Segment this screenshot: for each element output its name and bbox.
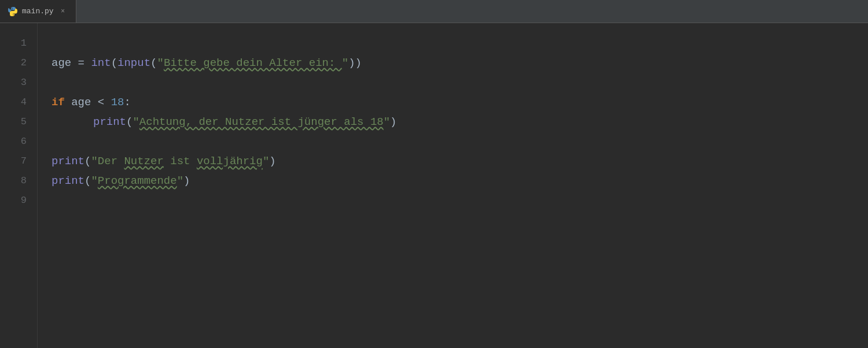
editor-area: 1 2 3 4 5 6 7 8 9 age = int ( input ( "B… bbox=[0, 23, 868, 348]
code-token-colon: : bbox=[124, 92, 130, 112]
code-line-8: print ( "Programmende" ) bbox=[52, 171, 854, 191]
tab-filename: main.py bbox=[22, 7, 54, 16]
line-num-6: 6 bbox=[0, 132, 27, 151]
line-num-7: 7 bbox=[0, 151, 27, 171]
line-numbers: 1 2 3 4 5 6 7 8 9 bbox=[0, 23, 38, 348]
code-token-string3: "Der Nutzer ist volljährig" bbox=[91, 151, 269, 171]
code-token-string4: "Programmende" bbox=[91, 171, 183, 191]
line-num-1: 1 bbox=[0, 34, 27, 53]
code-token-paren5: ) bbox=[390, 112, 396, 132]
line-num-4: 4 bbox=[0, 92, 27, 112]
code-token-print3: print bbox=[52, 171, 84, 191]
code-token-print1: print bbox=[93, 112, 126, 132]
code-line-9 bbox=[52, 191, 854, 210]
line-num-9: 9 bbox=[0, 191, 27, 210]
tab-close-button[interactable]: × bbox=[58, 7, 68, 16]
line-num-8: 8 bbox=[0, 171, 27, 191]
line-num-5: 5 bbox=[0, 112, 27, 132]
code-line-7: print ( "Der Nutzer ist volljährig" ) bbox=[52, 151, 854, 171]
code-token-print2: print bbox=[52, 151, 84, 171]
tab-main-py[interactable]: main.py × bbox=[0, 0, 76, 23]
code-token-age: age bbox=[52, 53, 71, 73]
code-line-5: print ( "Achtung, der Nutzer ist jünger … bbox=[52, 112, 854, 132]
code-line-2: age = int ( input ( "Bitte gebe dein Alt… bbox=[52, 53, 854, 73]
code-token-paren7: ) bbox=[269, 151, 275, 171]
code-token-string1: "Bitte gebe dein Alter ein: " bbox=[157, 53, 348, 73]
code-line-6 bbox=[52, 132, 854, 151]
code-editor[interactable]: age = int ( input ( "Bitte gebe dein Alt… bbox=[38, 23, 868, 348]
code-token-paren1: ( bbox=[111, 53, 117, 73]
python-icon bbox=[8, 7, 17, 16]
code-token-paren6: ( bbox=[84, 151, 91, 171]
tab-bar: main.py × bbox=[0, 0, 868, 23]
code-token-paren2: ( bbox=[150, 53, 157, 73]
code-token-paren9: ) bbox=[183, 171, 190, 191]
code-line-4: if age < 18 : bbox=[52, 92, 854, 112]
code-token-input: input bbox=[117, 53, 150, 73]
code-token-lt: < bbox=[91, 92, 111, 112]
code-token-if: if bbox=[52, 92, 65, 112]
code-line-3 bbox=[52, 73, 854, 92]
code-token-18: 18 bbox=[111, 92, 124, 112]
code-line-1 bbox=[52, 34, 854, 53]
code-token-paren8: ( bbox=[84, 171, 91, 191]
code-token-age2: age bbox=[71, 92, 91, 112]
code-token-paren4: ( bbox=[126, 112, 133, 132]
code-token-paren3: )) bbox=[348, 53, 362, 73]
line-num-2: 2 bbox=[0, 53, 27, 73]
line-num-3: 3 bbox=[0, 73, 27, 92]
code-token-assign: = bbox=[71, 53, 91, 73]
code-token-int: int bbox=[91, 53, 111, 73]
code-token-space bbox=[65, 92, 71, 112]
code-token-string2: "Achtung, der Nutzer ist jünger als 18" bbox=[133, 112, 390, 132]
